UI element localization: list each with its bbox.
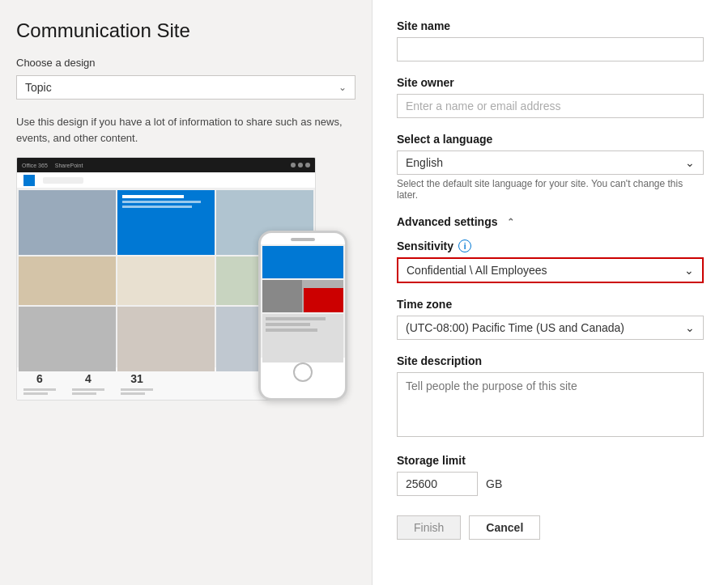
preview-header-dots <box>291 163 310 167</box>
preview-container: Office 365 SharePoint <box>16 157 355 401</box>
storage-row: GB <box>397 472 704 496</box>
language-chevron-icon: ⌄ <box>685 156 695 169</box>
site-description-input[interactable] <box>397 372 704 437</box>
phone-cell-2 <box>262 280 343 312</box>
preview-cell-8 <box>117 307 215 371</box>
preview-num-val-1: 6 <box>36 372 43 385</box>
phone-speaker <box>291 238 315 241</box>
preview-line-sm-1b <box>23 392 48 395</box>
site-name-label: Site name <box>397 19 704 32</box>
chevron-down-icon: ⌄ <box>338 82 347 93</box>
site-description-group: Site description <box>397 354 704 439</box>
preview-lines-1 <box>23 388 56 395</box>
preview-num-val-3: 31 <box>130 372 143 385</box>
site-owner-input[interactable] <box>397 94 704 118</box>
preview-line-sm-2b <box>72 392 96 395</box>
preview-dot-2 <box>298 163 303 167</box>
phone-cell-3 <box>262 314 343 362</box>
site-owner-group: Site owner <box>397 76 704 118</box>
advanced-settings-label: Advanced settings <box>397 215 497 228</box>
phone-home-button <box>293 362 313 382</box>
page-title: Communication Site <box>16 19 355 42</box>
right-panel: Site name Site owner Select a language E… <box>373 0 728 585</box>
preview-nav-brand <box>23 175 35 186</box>
preview-lines-3 <box>121 388 153 395</box>
preview-cell-1 <box>19 190 116 255</box>
phone-cell-1 <box>262 246 343 278</box>
phone-preview <box>258 231 347 401</box>
finish-button[interactable]: Finish <box>397 515 461 540</box>
storage-limit-input[interactable] <box>397 472 478 496</box>
time-zone-chevron-icon: ⌄ <box>685 321 695 334</box>
sensitivity-label: Sensitivity <box>397 240 453 252</box>
advanced-settings-header[interactable]: Advanced settings ⌃ <box>397 215 704 228</box>
preview-number-1: 6 <box>23 372 56 395</box>
preview-line-sm-2a <box>72 388 104 391</box>
preview-cell-7 <box>19 307 116 371</box>
sensitivity-group: Sensitivity i Confidential \ All Employe… <box>397 240 704 283</box>
phone-content <box>261 244 345 358</box>
sensitivity-label-row: Sensitivity i <box>397 240 704 252</box>
design-description: Use this design if you have a lot of inf… <box>16 114 355 146</box>
preview-line-sm-1a <box>23 388 56 391</box>
preview-header-bar: Office 365 SharePoint <box>17 158 315 172</box>
preview-dot-1 <box>291 163 296 167</box>
storage-limit-group: Storage limit GB <box>397 454 704 496</box>
preview-nav <box>17 172 315 189</box>
choose-design-label: Choose a design <box>16 57 355 69</box>
time-zone-dropdown[interactable]: (UTC-08:00) Pacific Time (US and Canada)… <box>397 316 704 340</box>
preview-brand-sp: SharePoint <box>55 163 83 168</box>
cancel-button[interactable]: Cancel <box>469 515 540 540</box>
preview-num-val-2: 4 <box>85 372 92 385</box>
language-label: Select a language <box>397 133 704 146</box>
storage-limit-label: Storage limit <box>397 454 704 467</box>
preview-number-2: 4 <box>72 372 104 395</box>
time-zone-label: Time zone <box>397 298 704 311</box>
site-description-label: Site description <box>397 354 704 367</box>
preview-nav-bar <box>43 177 83 184</box>
site-name-input[interactable] <box>397 37 704 61</box>
site-owner-label: Site owner <box>397 76 704 89</box>
sensitivity-chevron-icon: ⌄ <box>684 264 694 277</box>
preview-number-3: 31 <box>121 372 153 395</box>
time-zone-group: Time zone (UTC-08:00) Pacific Time (US a… <box>397 298 704 340</box>
preview-dot-3 <box>305 163 310 167</box>
design-dropdown-value: Topic <box>25 81 52 94</box>
preview-cell-5 <box>117 256 215 305</box>
sensitivity-value: Confidential \ All Employees <box>407 264 547 277</box>
time-zone-value: (UTC-08:00) Pacific Time (US and Canada) <box>406 321 624 334</box>
button-row: Finish Cancel <box>397 515 704 540</box>
language-helper-text: Select the default site language for you… <box>397 178 704 201</box>
preview-brand-office: Office 365 <box>22 163 48 168</box>
site-name-group: Site name <box>397 19 704 61</box>
language-dropdown[interactable]: English ⌄ <box>397 150 704 175</box>
advanced-settings-group: Advanced settings ⌃ Sensitivity i Confid… <box>397 215 704 340</box>
left-panel: Communication Site Choose a design Topic… <box>0 0 373 585</box>
preview-line-sm-3b <box>121 392 145 395</box>
preview-line-sm-3a <box>121 388 153 391</box>
storage-unit-label: GB <box>486 477 502 490</box>
choose-design-group: Choose a design Topic ⌄ <box>16 57 355 100</box>
preview-lines-2 <box>72 388 104 395</box>
sensitivity-info-icon[interactable]: i <box>458 240 471 252</box>
language-group: Select a language English ⌄ Select the d… <box>397 133 704 201</box>
language-value: English <box>406 156 443 169</box>
preview-cell-2 <box>117 190 215 255</box>
design-dropdown[interactable]: Topic ⌄ <box>16 75 355 100</box>
sensitivity-dropdown[interactable]: Confidential \ All Employees ⌄ <box>397 257 704 283</box>
advanced-settings-chevron-icon: ⌃ <box>507 217 514 227</box>
preview-cell-4 <box>19 256 116 305</box>
